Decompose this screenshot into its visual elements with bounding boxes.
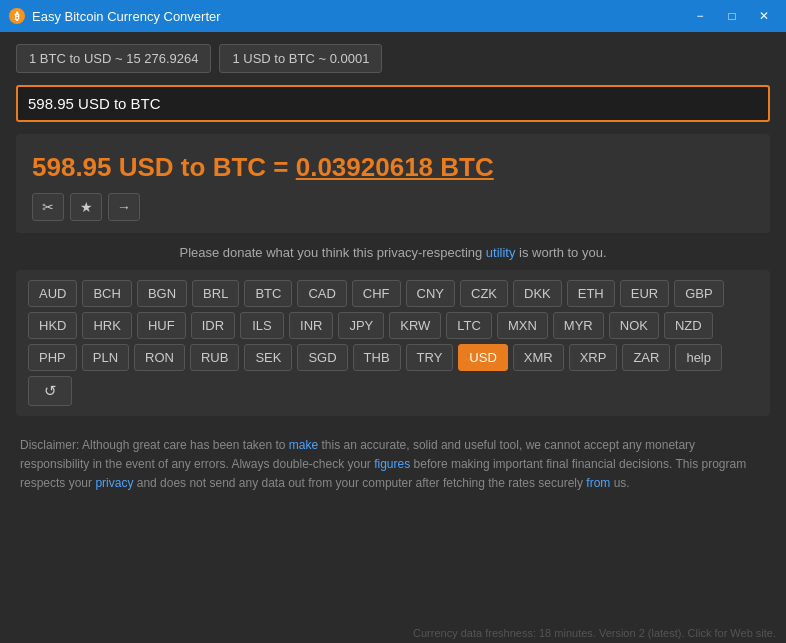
currency-btn-eth[interactable]: ETH — [567, 280, 615, 307]
currency-btn-nok[interactable]: NOK — [609, 312, 659, 339]
currency-btn-ils[interactable]: ILS — [240, 312, 284, 339]
currency-btn-inr[interactable]: INR — [289, 312, 333, 339]
disclaimer: Disclaimer: Although great care has been… — [16, 428, 770, 502]
currency-btn-mxn[interactable]: MXN — [497, 312, 548, 339]
close-button[interactable]: ✕ — [750, 5, 778, 27]
minimize-button[interactable]: − — [686, 5, 714, 27]
from-link[interactable]: from — [586, 476, 610, 490]
main-content: 1 BTC to USD ~ 15 276.9264 1 USD to BTC … — [0, 32, 786, 514]
currency-btn-php[interactable]: PHP — [28, 344, 77, 371]
currency-btn-sgd[interactable]: SGD — [297, 344, 347, 371]
cut-button[interactable]: ✂ — [32, 193, 64, 221]
currency-btn-huf[interactable]: HUF — [137, 312, 186, 339]
title-bar-title: Easy Bitcoin Currency Converter — [32, 9, 686, 24]
donate-text: Please donate what you think this privac… — [16, 245, 770, 260]
restore-button[interactable]: □ — [718, 5, 746, 27]
currency-btn-gbp[interactable]: GBP — [674, 280, 723, 307]
favorite-button[interactable]: ★ — [70, 193, 102, 221]
title-bar: ₿ Easy Bitcoin Currency Converter − □ ✕ — [0, 0, 786, 32]
currency-btn-brl[interactable]: BRL — [192, 280, 239, 307]
result-from: 598.95 USD to BTC = — [32, 152, 288, 182]
rate-usd-to-btc: 1 USD to BTC ~ 0.0001 — [219, 44, 382, 73]
figures-link[interactable]: figures — [374, 457, 410, 471]
result-box: 598.95 USD to BTC = 0.03920618 BTC ✂ ★ → — [16, 134, 770, 233]
currency-btn-cny[interactable]: CNY — [406, 280, 455, 307]
currency-btn-bch[interactable]: BCH — [82, 280, 131, 307]
footer[interactable]: Currency data freshness: 18 minutes. Ver… — [413, 627, 776, 639]
result-to: 0.03920618 BTC — [296, 152, 494, 182]
currency-btn-chf[interactable]: CHF — [352, 280, 401, 307]
currency-btn-aud[interactable]: AUD — [28, 280, 77, 307]
utility-link[interactable]: utility — [486, 245, 516, 260]
currency-btn-rub[interactable]: RUB — [190, 344, 239, 371]
currency-btn-krw[interactable]: KRW — [389, 312, 441, 339]
currency-grid: AUDBCHBGNBRLBTCCADCHFCNYCZKDKKETHEURGBPH… — [28, 280, 758, 406]
currency-btn-jpy[interactable]: JPY — [338, 312, 384, 339]
currency-btn-↺[interactable]: ↺ — [28, 376, 72, 406]
svg-text:₿: ₿ — [14, 11, 20, 22]
currency-btn-ltc[interactable]: LTC — [446, 312, 492, 339]
currency-btn-hkd[interactable]: HKD — [28, 312, 77, 339]
make-link[interactable]: make — [289, 438, 318, 452]
input-container — [16, 85, 770, 122]
rate-row: 1 BTC to USD ~ 15 276.9264 1 USD to BTC … — [16, 44, 770, 73]
currency-btn-cad[interactable]: CAD — [297, 280, 346, 307]
arrow-button[interactable]: → — [108, 193, 140, 221]
currency-btn-nzd[interactable]: NZD — [664, 312, 713, 339]
currency-btn-czk[interactable]: CZK — [460, 280, 508, 307]
currency-grid-container: AUDBCHBGNBRLBTCCADCHFCNYCZKDKKETHEURGBPH… — [16, 270, 770, 416]
currency-btn-thb[interactable]: THB — [353, 344, 401, 371]
currency-btn-bgn[interactable]: BGN — [137, 280, 187, 307]
currency-btn-xrp[interactable]: XRP — [569, 344, 618, 371]
currency-btn-usd[interactable]: USD — [458, 344, 507, 371]
rate-btc-to-usd: 1 BTC to USD ~ 15 276.9264 — [16, 44, 211, 73]
currency-btn-help[interactable]: help — [675, 344, 722, 371]
currency-btn-sek[interactable]: SEK — [244, 344, 292, 371]
currency-btn-dkk[interactable]: DKK — [513, 280, 562, 307]
currency-btn-xmr[interactable]: XMR — [513, 344, 564, 371]
result-text: 598.95 USD to BTC = 0.03920618 BTC — [32, 152, 754, 183]
currency-btn-pln[interactable]: PLN — [82, 344, 129, 371]
conversion-input[interactable] — [16, 85, 770, 122]
app-icon: ₿ — [8, 7, 26, 25]
footer-text: Currency data freshness: 18 minutes. Ver… — [413, 627, 776, 639]
action-buttons: ✂ ★ → — [32, 193, 754, 221]
currency-btn-try[interactable]: TRY — [406, 344, 454, 371]
currency-btn-eur[interactable]: EUR — [620, 280, 669, 307]
currency-btn-myr[interactable]: MYR — [553, 312, 604, 339]
currency-btn-idr[interactable]: IDR — [191, 312, 235, 339]
currency-btn-btc[interactable]: BTC — [244, 280, 292, 307]
currency-btn-hrk[interactable]: HRK — [82, 312, 131, 339]
privacy-link[interactable]: privacy — [95, 476, 133, 490]
currency-btn-ron[interactable]: RON — [134, 344, 185, 371]
window-controls: − □ ✕ — [686, 5, 778, 27]
currency-btn-zar[interactable]: ZAR — [622, 344, 670, 371]
